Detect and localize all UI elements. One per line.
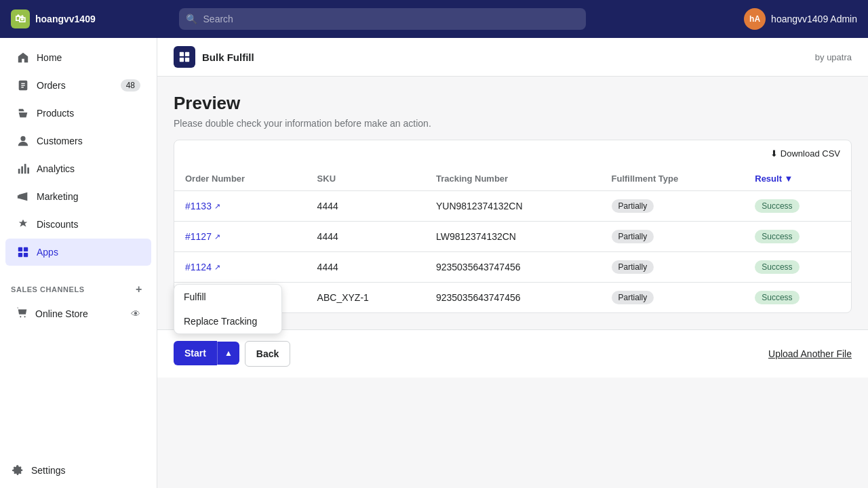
sidebar: Home Orders 48 Products Customers [0, 38, 157, 488]
svg-rect-5 [18, 169, 20, 174]
sidebar-item-products[interactable]: Products [5, 100, 151, 127]
sidebar-label-marketing: Marketing [37, 191, 78, 202]
sales-channels-section: SALES CHANNELS + [0, 272, 157, 299]
sidebar-label-discounts: Discounts [37, 219, 78, 230]
fulfillment-badge: Partially [612, 291, 654, 304]
add-sales-channel-button[interactable]: + [132, 283, 146, 296]
sidebar-item-home[interactable]: Home [5, 44, 151, 71]
dropdown-item-fulfill[interactable]: Fulfill [174, 285, 281, 309]
cell-order: #1133 ↗ [174, 191, 307, 222]
cell-tracking: 9235035643747456 [425, 252, 601, 283]
sidebar-item-customers[interactable]: Customers [5, 127, 151, 155]
cell-sku: 4444 [307, 222, 425, 252]
store-name: hoangvv1409 [35, 14, 96, 24]
app-header-left: Bulk Fulfill [174, 46, 254, 68]
sidebar-item-online-store[interactable]: Online Store 👁 [5, 300, 151, 327]
shopify-logo-icon: 🛍 [11, 9, 30, 28]
col-order-number: Order Number [174, 167, 307, 191]
download-icon: ⬇ [770, 148, 778, 159]
settings-icon [11, 464, 24, 477]
cell-fulfillment: Partially [601, 222, 745, 252]
app-logo-icon [174, 46, 195, 68]
svg-rect-13 [24, 253, 28, 257]
cell-tracking: 9235035643747456 [425, 283, 601, 313]
app-header: Bulk Fulfill by upatra [157, 38, 868, 77]
admin-label: hoangvv1409 Admin [771, 14, 857, 24]
avatar[interactable]: hA [744, 8, 766, 30]
bottom-bar: Fulfill Replace Tracking Start ▲ Back Up… [157, 329, 868, 378]
svg-rect-19 [180, 58, 184, 62]
svg-point-14 [20, 316, 21, 317]
start-button[interactable]: Start [174, 341, 217, 365]
result-badge: Success [755, 199, 799, 213]
order-link[interactable]: #1124 ↗ [185, 262, 296, 272]
table-row: #1124 ↗ 4444 9235035643747456 Partially … [174, 252, 851, 283]
upload-another-file-link[interactable]: Upload Another File [768, 348, 852, 359]
eye-icon[interactable]: 👁 [131, 308, 140, 319]
cell-fulfillment: Partially [601, 283, 745, 313]
order-link[interactable]: #1127 ↗ [185, 231, 296, 242]
cell-order: #1124 ↗ [174, 252, 307, 283]
fulfillment-badge: Partially [612, 230, 654, 243]
sidebar-item-discounts[interactable]: Discounts [5, 211, 151, 238]
table-actions: ⬇ Download CSV [174, 140, 851, 167]
cell-result: Success [744, 252, 851, 283]
search-input[interactable] [179, 8, 586, 30]
cell-sku: 4444 [307, 191, 425, 222]
result-badge: Success [755, 230, 799, 243]
result-badge: Success [755, 291, 799, 304]
fulfillment-badge: Partially [612, 199, 654, 213]
svg-rect-17 [180, 52, 184, 56]
sidebar-item-settings[interactable]: Settings [5, 458, 151, 483]
discounts-icon [16, 218, 30, 231]
topbar: 🛍 hoangvv1409 🔍 hA hoangvv1409 Admin [0, 0, 868, 38]
svg-point-15 [24, 316, 26, 317]
table-row: #1133 ↗ 4444 YUN9812374132CN Partially S… [174, 191, 851, 222]
sidebar-label-products: Products [37, 108, 74, 119]
topbar-right: hA hoangvv1409 Admin [744, 8, 857, 30]
back-button[interactable]: Back [245, 341, 290, 367]
marketing-icon [16, 190, 30, 203]
sidebar-label-home: Home [37, 52, 62, 63]
svg-rect-7 [24, 164, 26, 174]
external-link-icon: ↗ [214, 263, 220, 272]
cell-result: Success [744, 191, 851, 222]
sidebar-item-apps[interactable]: Apps [5, 239, 151, 266]
svg-rect-8 [27, 167, 29, 174]
cell-result: Success [744, 222, 851, 252]
sidebar-item-marketing[interactable]: Marketing [5, 183, 151, 210]
download-csv-link[interactable]: ⬇ Download CSV [770, 148, 840, 159]
by-upatra-label: by upatra [815, 52, 852, 62]
start-dropdown-caret[interactable]: ▲ [217, 342, 239, 365]
cell-order: #1127 ↗ [174, 222, 307, 252]
cell-sku: ABC_XYZ-1 [307, 283, 425, 313]
table-row: #1127 ↗ 4444 LW9812374132CN Partially Su… [174, 222, 851, 252]
main-content: Bulk Fulfill by upatra Preview Please do… [157, 38, 868, 488]
dropdown-item-replace-tracking[interactable]: Replace Tracking [174, 309, 281, 333]
app-name: Bulk Fulfill [202, 52, 254, 63]
svg-rect-11 [24, 247, 28, 251]
cell-tracking: LW9812374132CN [425, 222, 601, 252]
page-title: Preview [174, 93, 852, 114]
svg-rect-18 [185, 52, 189, 56]
result-badge: Success [755, 260, 799, 274]
cell-tracking: YUN9812374132CN [425, 191, 601, 222]
sidebar-item-orders[interactable]: Orders 48 [5, 72, 151, 99]
apps-icon [16, 245, 30, 259]
col-sku: SKU [307, 167, 425, 191]
external-link-icon: ↗ [214, 202, 220, 211]
cell-sku: 4444 [307, 252, 425, 283]
fulfillment-badge: Partially [612, 260, 654, 274]
cell-fulfillment: Partially [601, 191, 745, 222]
settings-label: Settings [31, 465, 66, 476]
search-bar[interactable]: 🔍 [179, 8, 586, 30]
page-subtitle: Please double check your information bef… [174, 118, 852, 129]
store-logo[interactable]: 🛍 hoangvv1409 [11, 9, 96, 28]
col-tracking: Tracking Number [425, 167, 601, 191]
sidebar-label-customers: Customers [37, 136, 83, 146]
svg-rect-6 [21, 166, 23, 174]
search-icon: 🔍 [186, 14, 197, 24]
customers-icon [16, 134, 30, 148]
sidebar-item-analytics[interactable]: Analytics [5, 155, 151, 182]
order-link[interactable]: #1133 ↗ [185, 201, 296, 211]
